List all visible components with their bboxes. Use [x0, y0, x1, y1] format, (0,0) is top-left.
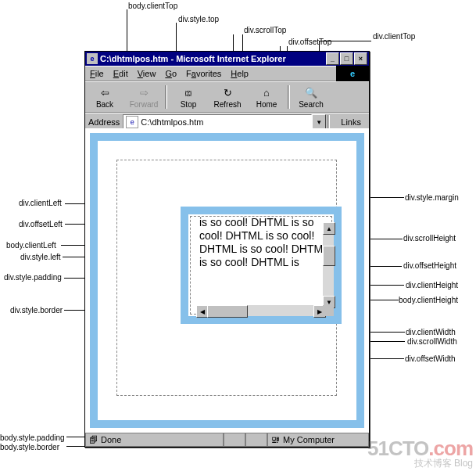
- label-div-style-left: div.style.left: [20, 253, 61, 261]
- label-div-clientHeight: div.clientHeight: [406, 281, 458, 289]
- menu-edit[interactable]: Edit: [109, 67, 133, 80]
- watermark: 51CTO.com 技术博客 Blog: [367, 438, 473, 468]
- label-div-offsetLeft: div.offsetLeft: [19, 220, 63, 228]
- label-div-offsetTop: div.offsetTop: [288, 38, 331, 46]
- menu-help[interactable]: Help: [226, 67, 253, 80]
- window-title: C:\dhtmlpos.htm - Microsoft Internet Exp…: [100, 54, 286, 63]
- label-div-offsetWidth: div.offsetWidth: [405, 354, 456, 363]
- label-div-style-border: div.style.border: [10, 306, 63, 315]
- refresh-icon: ↻: [208, 86, 247, 100]
- separator: [327, 115, 330, 129]
- horizontal-scrollbar[interactable]: ◀ ▶: [196, 305, 326, 316]
- back-arrow-icon: ⇦: [85, 86, 124, 100]
- minimize-button[interactable]: _: [326, 52, 339, 65]
- ie-icon: e: [87, 53, 98, 64]
- home-icon: ⌂: [247, 86, 286, 100]
- status-zone: 🖳 My Computer: [267, 433, 369, 447]
- label-div-scrollHeight: div.scrollHeight: [403, 234, 456, 243]
- status-pane: [245, 433, 267, 447]
- label-div-offsetHeight: div.offsetHeight: [403, 261, 456, 270]
- document-body: is so cool! DHTML is so cool! DHTML is s…: [85, 128, 369, 433]
- label-div-style-top: div.style.top: [178, 15, 219, 23]
- div-text: is so cool! DHTML is so cool! DHTML is s…: [199, 216, 331, 269]
- label-div-clientWidth: div.clientWidth: [406, 328, 456, 336]
- home-button[interactable]: ⌂Home: [247, 86, 286, 109]
- close-button[interactable]: ×: [354, 52, 367, 65]
- back-button[interactable]: ⇦Back: [85, 86, 124, 109]
- label-div-scrollWidth: div.scrollWidth: [407, 337, 457, 346]
- label-body-style-padding: body.style.padding: [0, 433, 65, 442]
- menu-favorites[interactable]: Favorites: [181, 67, 226, 80]
- label-div-clientLeft: div.clientLeft: [19, 199, 62, 207]
- menu-file[interactable]: FFileile: [85, 67, 109, 80]
- maximize-button[interactable]: □: [340, 52, 353, 65]
- diagram-stage: body.clientTop div.style.top div.scrollT…: [0, 0, 476, 471]
- search-button[interactable]: 🔍Search: [292, 86, 331, 109]
- ie-logo-icon: e: [336, 66, 369, 81]
- label-body-clientLeft: body.clientLeft: [6, 241, 56, 250]
- scroll-thumb[interactable]: [323, 246, 335, 266]
- stop-icon: ⦻: [169, 86, 208, 100]
- scroll-thumb[interactable]: [207, 305, 248, 318]
- guide: [319, 41, 371, 41]
- refresh-button[interactable]: ↻Refresh: [208, 86, 247, 109]
- address-input[interactable]: e C:\dhtmlpos.htm: [123, 114, 312, 130]
- address-dropdown[interactable]: ▼: [312, 114, 326, 130]
- address-label: Address: [88, 117, 120, 127]
- links-button[interactable]: Links: [336, 116, 366, 128]
- scroll-corner: [323, 305, 334, 316]
- page-icon: 🗐: [89, 435, 98, 444]
- page-icon: e: [126, 116, 138, 128]
- computer-icon: 🖳: [271, 435, 280, 444]
- label-body-clientHeight: body.clientHeight: [399, 296, 458, 304]
- stop-button[interactable]: ⦻Stop: [169, 86, 208, 109]
- titlebar: e C:\dhtmlpos.htm - Microsoft Internet E…: [85, 52, 369, 66]
- label-div-clientTop: div.clientTop: [373, 32, 415, 41]
- ie-window: e C:\dhtmlpos.htm - Microsoft Internet E…: [84, 51, 370, 448]
- forward-button[interactable]: ⇨Forward: [124, 86, 163, 109]
- scroll-up-icon[interactable]: ▲: [323, 222, 335, 235]
- status-done: 🗐 Done: [85, 433, 224, 447]
- label-body-clientTop: body.clientTop: [128, 2, 177, 10]
- label-div-style-padding: div.style.padding: [4, 273, 62, 282]
- search-icon: 🔍: [292, 86, 331, 100]
- forward-arrow-icon: ⇨: [124, 86, 163, 100]
- menu-view[interactable]: View: [133, 67, 161, 80]
- statusbar: 🗐 Done 🖳 My Computer: [85, 432, 369, 447]
- toolbar-separator: [288, 85, 290, 109]
- vertical-scrollbar[interactable]: ▲ ▼: [323, 222, 334, 308]
- toolbar: ⇦Back ⇨Forward ⦻Stop ↻Refresh ⌂Home 🔍Sea…: [85, 81, 369, 113]
- menubar: FFileile Edit View Go Favorites Help e: [85, 66, 369, 81]
- toolbar-separator: [165, 85, 167, 109]
- address-value: C:\dhtmlpos.htm: [141, 117, 203, 127]
- watermark-brand: 51CTO.com: [367, 438, 473, 458]
- div-border: is so cool! DHTML is so cool! DHTML is s…: [181, 207, 342, 324]
- label-body-style-border: body.style.border: [0, 443, 59, 451]
- status-pane: [224, 433, 245, 447]
- label-div-style-margin: div.style.margin: [405, 193, 459, 202]
- menu-go[interactable]: Go: [160, 67, 181, 80]
- div-content: is so cool! DHTML is so cool! DHTML is s…: [196, 222, 334, 316]
- label-div-scrollTop: div.scrollTop: [244, 26, 286, 34]
